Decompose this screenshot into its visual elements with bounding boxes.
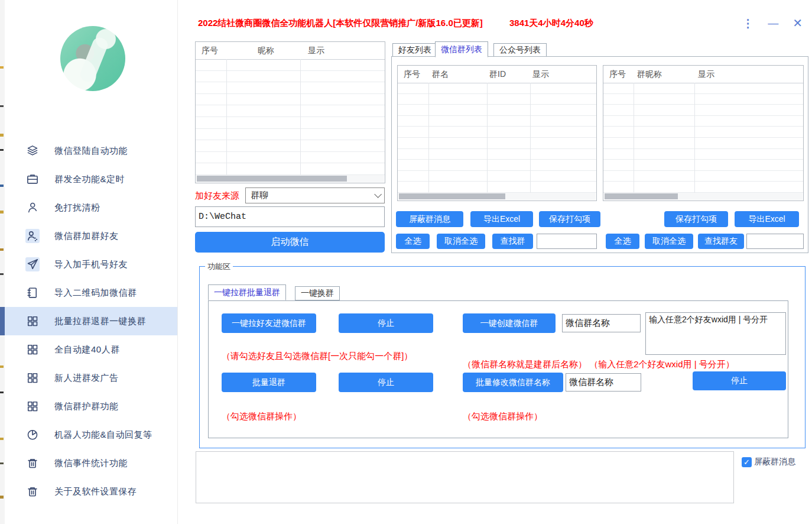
column-header: 显示 (308, 46, 324, 56)
start-wechat-button[interactable]: 启动微信 (195, 232, 385, 253)
table-row[interactable] (398, 138, 596, 149)
stop-button-3[interactable]: 停止 (693, 371, 786, 390)
find-member-input[interactable] (746, 234, 804, 249)
person-icon (25, 200, 40, 215)
pie-icon (25, 428, 40, 442)
log-textarea[interactable] (196, 451, 734, 503)
table-row[interactable] (398, 83, 596, 94)
sidebar-active-indicator (0, 307, 5, 335)
group-name-input-1[interactable] (562, 314, 641, 332)
sidebar-item-9[interactable]: 新人进群发广告 (5, 364, 177, 392)
column-header: 群昵称 (637, 69, 662, 80)
grid-icon (25, 371, 40, 385)
stop-button-1[interactable]: 停止 (339, 313, 433, 333)
select-all-button-members[interactable]: 全选 (606, 234, 639, 249)
table-row[interactable] (196, 117, 385, 129)
sidebar-item-13[interactable]: 关于及软件设置保存 (5, 477, 177, 506)
find-group-input[interactable] (537, 234, 597, 249)
sidebar-item-8[interactable]: 全自动建40人群 (5, 335, 177, 364)
horizontal-scrollbar[interactable] (196, 175, 384, 182)
table-body (603, 83, 803, 193)
batch-rename-group-button[interactable]: 批量修改微信群名称 (463, 373, 563, 392)
table-body (196, 59, 385, 175)
create-group-button[interactable]: 一键创建微信群 (463, 313, 556, 333)
wechat-path-input[interactable] (195, 206, 385, 227)
uptime-counter: 3841天4小时4分40秒 (509, 18, 593, 29)
tab-switch-group[interactable]: 一键换群 (295, 286, 340, 300)
sidebar-item-3[interactable]: 免打扰清粉 (5, 193, 177, 222)
column-separator (694, 83, 695, 193)
friend-list-table: 序号昵称显示 (195, 41, 385, 183)
sidebar-item-label: 群发全功能&定时 (54, 174, 125, 185)
sidebar-item-10[interactable]: 微信群护群功能 (5, 392, 177, 421)
sidebar-item-label: 微信群护群功能 (54, 401, 119, 412)
tab-official-account-list[interactable]: 公众号列表 (493, 43, 547, 57)
sidebar-item-1[interactable]: 微信登陆自动功能 (5, 137, 177, 165)
page-title: 2022结社微商圈微信全功能机器人[本软件仅限营销推广/新版16.0已更新] (198, 18, 483, 29)
table-row[interactable] (398, 127, 596, 138)
find-group-button[interactable]: 查找群 (492, 234, 533, 249)
table-row[interactable] (196, 59, 385, 71)
sidebar-item-12[interactable]: 微信事件统计功能 (5, 449, 177, 477)
table-row[interactable] (196, 82, 385, 94)
deselect-all-button-members[interactable]: 取消全选 (645, 234, 693, 249)
menu-dots-icon[interactable]: ⋮ (742, 18, 753, 29)
scrollbar-thumb[interactable] (197, 176, 347, 182)
table-row[interactable] (398, 149, 596, 160)
tab-friend-list[interactable]: 好友列表 (392, 43, 437, 57)
table-header: 序号群名群ID显示 (398, 66, 596, 83)
sidebar-item-label: 机器人功能&自动回复等 (54, 429, 152, 441)
stop-button-2[interactable]: 停止 (339, 373, 433, 392)
sidebar-item-2[interactable]: 群发全功能&定时 (5, 165, 177, 193)
sidebar-item-label: 导入加手机号好友 (54, 259, 128, 270)
grid-icon (25, 314, 40, 328)
batch-quit-group-button[interactable]: 批量退群 (222, 373, 316, 392)
group-name-input-2[interactable] (566, 373, 641, 392)
checkbox-checked-icon[interactable]: ✓ (742, 457, 752, 467)
sidebar-item-4[interactable]: 微信群加群好友 (5, 222, 177, 250)
table-row[interactable] (196, 94, 385, 106)
sidebar-nav: 微信登陆自动功能群发全功能&定时免打扰清粉微信群加群好友导入加手机号好友导入二维… (5, 137, 177, 506)
table-row[interactable] (398, 171, 596, 182)
table-row[interactable] (398, 105, 596, 116)
sidebar-item-5[interactable]: 导入加手机号好友 (5, 250, 177, 279)
horizontal-scrollbar[interactable] (604, 193, 803, 200)
close-icon[interactable]: ✕ (792, 17, 803, 29)
table-row[interactable] (398, 94, 596, 105)
scrollbar-thumb[interactable] (605, 193, 678, 199)
block-group-msg-button[interactable]: 屏蔽群消息 (396, 211, 463, 227)
table-row[interactable] (196, 71, 385, 83)
select-all-button-groups[interactable]: 全选 (396, 234, 430, 249)
add-source-dropdown[interactable]: 群聊 (245, 187, 385, 203)
table-row[interactable] (398, 182, 596, 193)
table-row[interactable] (196, 129, 385, 141)
table-row[interactable] (196, 163, 385, 175)
table-row[interactable] (196, 152, 385, 164)
save-checked-button-members[interactable]: 保存打勾项 (664, 211, 728, 227)
table-row[interactable] (196, 105, 385, 117)
table-row[interactable] (196, 140, 385, 152)
sidebar-item-7[interactable]: 批量拉群退群一键换群 (5, 307, 177, 335)
wxid-textarea[interactable]: 输入任意2个好友wxid用 | 号分开 (645, 312, 786, 355)
background-speck (0, 462, 4, 464)
table-row[interactable] (398, 116, 596, 127)
block-group-msg-checkbox[interactable]: ✓ 屏蔽群消息 (742, 457, 795, 467)
tab-group-list[interactable]: 微信群列表 (435, 41, 488, 57)
tab-pull-quit-group[interactable]: 一键拉群批量退群 (208, 284, 286, 300)
export-excel-button-groups[interactable]: 导出Excel (470, 211, 533, 227)
scrollbar-thumb[interactable] (399, 193, 505, 199)
export-excel-button-members[interactable]: 导出Excel (735, 211, 799, 227)
column-header: 群ID (489, 69, 506, 80)
deselect-all-button-groups[interactable]: 取消全选 (437, 234, 485, 249)
pull-friends-into-group-button[interactable]: 一键拉好友进微信群 (222, 313, 316, 333)
horizontal-scrollbar[interactable] (398, 193, 596, 200)
find-member-button[interactable]: 查找群友 (698, 234, 744, 249)
save-checked-button-groups[interactable]: 保存打勾项 (539, 211, 600, 227)
table-row[interactable] (398, 160, 596, 171)
trash-icon (25, 456, 40, 470)
sidebar-item-11[interactable]: 机器人功能&自动回复等 (5, 421, 177, 449)
sidebar-item-6[interactable]: 导入二维码加微信群 (5, 279, 177, 307)
minimize-icon[interactable]: — (768, 18, 778, 28)
background-speck (0, 273, 4, 275)
table-header: 序号昵称显示 (196, 42, 385, 60)
